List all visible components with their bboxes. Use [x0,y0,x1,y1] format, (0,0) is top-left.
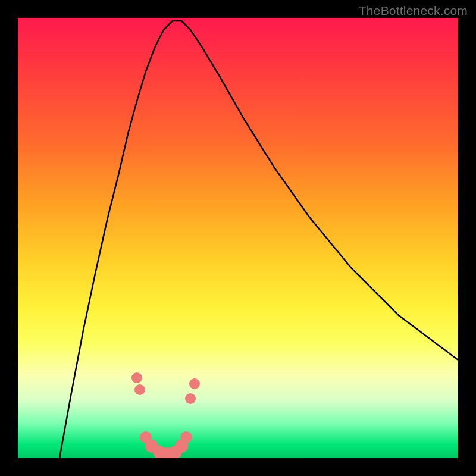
curve-path [60,21,458,458]
highlight-dot [134,384,145,395]
bottleneck-curve [18,18,458,458]
highlight-dot [185,393,196,404]
chart-plot-area [18,18,458,458]
watermark-text: TheBottleneck.com [359,4,468,18]
highlight-dots [131,372,200,458]
highlight-dot [131,372,142,383]
highlight-dot [189,378,200,389]
highlight-dot [180,431,192,443]
